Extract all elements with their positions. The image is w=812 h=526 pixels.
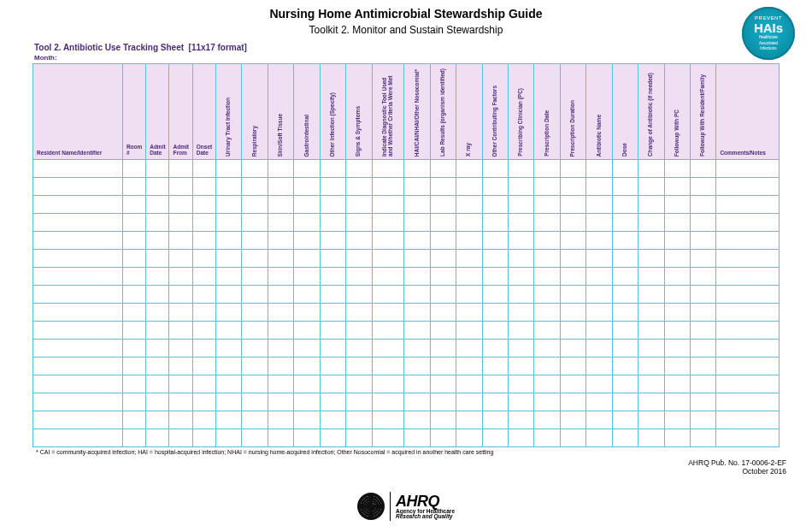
table-cell[interactable] — [33, 322, 123, 340]
table-cell[interactable] — [534, 250, 560, 268]
table-cell[interactable] — [664, 340, 690, 358]
table-cell[interactable] — [430, 304, 456, 322]
table-cell[interactable] — [216, 196, 242, 214]
table-cell[interactable] — [346, 196, 372, 214]
table-cell[interactable] — [716, 393, 780, 411]
table-cell[interactable] — [612, 358, 638, 375]
table-cell[interactable] — [404, 214, 430, 232]
table-cell[interactable] — [192, 214, 215, 232]
table-cell[interactable] — [122, 214, 145, 232]
table-cell[interactable] — [560, 411, 585, 429]
table-cell[interactable] — [372, 393, 404, 411]
table-cell[interactable] — [404, 375, 430, 393]
table-cell[interactable] — [242, 340, 268, 358]
table-cell[interactable] — [294, 429, 320, 447]
table-cell[interactable] — [146, 340, 169, 358]
table-cell[interactable] — [456, 268, 482, 286]
table-cell[interactable] — [638, 304, 664, 322]
table-cell[interactable] — [169, 214, 192, 232]
table-cell[interactable] — [456, 340, 482, 358]
table-cell[interactable] — [690, 196, 715, 214]
table-cell[interactable] — [169, 411, 192, 429]
table-cell[interactable] — [346, 358, 372, 375]
table-cell[interactable] — [33, 393, 123, 411]
table-cell[interactable] — [146, 250, 169, 268]
table-cell[interactable] — [560, 375, 585, 393]
table-cell[interactable] — [482, 322, 508, 340]
table-cell[interactable] — [560, 232, 585, 250]
table-cell[interactable] — [268, 196, 293, 214]
table-cell[interactable] — [242, 286, 268, 304]
table-cell[interactable] — [122, 429, 145, 447]
table-cell[interactable] — [638, 268, 664, 286]
table-cell[interactable] — [169, 250, 192, 268]
table-cell[interactable] — [346, 304, 372, 322]
table-cell[interactable] — [482, 178, 508, 196]
table-cell[interactable] — [33, 340, 123, 358]
table-cell[interactable] — [612, 178, 638, 196]
table-cell[interactable] — [690, 411, 715, 429]
table-cell[interactable] — [586, 250, 612, 268]
table-cell[interactable] — [430, 178, 456, 196]
table-cell[interactable] — [638, 250, 664, 268]
table-cell[interactable] — [346, 178, 372, 196]
table-cell[interactable] — [146, 322, 169, 340]
table-cell[interactable] — [192, 411, 215, 429]
table-cell[interactable] — [122, 358, 145, 375]
table-cell[interactable] — [482, 214, 508, 232]
table-cell[interactable] — [372, 232, 404, 250]
table-cell[interactable] — [456, 375, 482, 393]
table-cell[interactable] — [122, 286, 145, 304]
table-cell[interactable] — [169, 178, 192, 196]
table-cell[interactable] — [169, 196, 192, 214]
table-cell[interactable] — [404, 429, 430, 447]
table-cell[interactable] — [192, 340, 215, 358]
table-cell[interactable] — [690, 340, 715, 358]
table-cell[interactable] — [638, 375, 664, 393]
table-cell[interactable] — [372, 214, 404, 232]
table-cell[interactable] — [268, 232, 293, 250]
table-cell[interactable] — [430, 250, 456, 268]
table-cell[interactable] — [509, 214, 534, 232]
table-cell[interactable] — [690, 160, 715, 178]
table-cell[interactable] — [664, 304, 690, 322]
table-cell[interactable] — [612, 429, 638, 447]
table-cell[interactable] — [690, 286, 715, 304]
table-cell[interactable] — [716, 358, 780, 375]
table-cell[interactable] — [690, 250, 715, 268]
table-cell[interactable] — [372, 358, 404, 375]
table-cell[interactable] — [268, 322, 293, 340]
table-cell[interactable] — [456, 160, 482, 178]
table-cell[interactable] — [716, 340, 780, 358]
table-cell[interactable] — [192, 232, 215, 250]
table-cell[interactable] — [509, 393, 534, 411]
table-cell[interactable] — [509, 232, 534, 250]
table-cell[interactable] — [664, 393, 690, 411]
table-cell[interactable] — [216, 304, 242, 322]
table-cell[interactable] — [509, 411, 534, 429]
table-cell[interactable] — [509, 429, 534, 447]
table-cell[interactable] — [216, 375, 242, 393]
table-cell[interactable] — [216, 178, 242, 196]
table-cell[interactable] — [430, 322, 456, 340]
table-cell[interactable] — [690, 358, 715, 375]
table-cell[interactable] — [456, 393, 482, 411]
table-cell[interactable] — [122, 232, 145, 250]
table-cell[interactable] — [294, 214, 320, 232]
table-cell[interactable] — [716, 411, 780, 429]
table-cell[interactable] — [372, 178, 404, 196]
table-cell[interactable] — [534, 375, 560, 393]
table-cell[interactable] — [509, 286, 534, 304]
table-cell[interactable] — [122, 393, 145, 411]
table-cell[interactable] — [456, 358, 482, 375]
table-cell[interactable] — [534, 322, 560, 340]
table-cell[interactable] — [456, 411, 482, 429]
table-cell[interactable] — [586, 178, 612, 196]
table-cell[interactable] — [482, 196, 508, 214]
table-cell[interactable] — [456, 196, 482, 214]
table-cell[interactable] — [268, 393, 293, 411]
table-cell[interactable] — [404, 340, 430, 358]
table-cell[interactable] — [372, 340, 404, 358]
table-cell[interactable] — [482, 340, 508, 358]
table-cell[interactable] — [456, 250, 482, 268]
